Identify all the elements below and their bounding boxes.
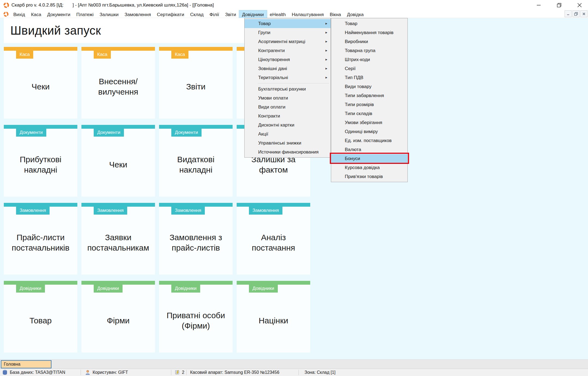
menu-item[interactable]: Типи забарвлення [331, 91, 407, 100]
quick-launch-tile[interactable]: ЗамовленняЗамовлення з прайс-листів [159, 203, 233, 275]
menu-item[interactable]: Типи складів [331, 109, 407, 118]
menubar-item[interactable]: Каса [28, 10, 44, 18]
window-close-button[interactable] [571, 0, 588, 10]
menubar-item[interactable]: Довідники [239, 10, 267, 18]
menubar-item[interactable]: Платежі [73, 10, 96, 18]
quick-launch-tile[interactable]: ДовідникиНацінки [237, 281, 310, 353]
close-icon [577, 3, 582, 8]
quick-launch-tile[interactable]: ДовідникиТовар [4, 281, 77, 353]
quick-launch-tile[interactable]: ЗамовленняАналіз постачання [237, 203, 310, 275]
tile-category-tag: Каса [16, 51, 33, 59]
quick-launch-tile[interactable]: КасаЧеки [4, 47, 77, 119]
menu-item[interactable]: Одиниці виміру [331, 127, 407, 136]
menu-item-label: Одиниці виміру [345, 129, 378, 134]
tile-category-bar [159, 47, 233, 51]
tile-category-bar [81, 203, 155, 207]
menubar-item[interactable]: Вихід [10, 10, 28, 18]
menu-item[interactable]: Штрих-коди [331, 55, 407, 64]
menu-item[interactable]: Типи розмірів [331, 100, 407, 109]
menubar-item[interactable]: Документи [44, 10, 73, 18]
statusbar-zone: Зона: Склад [1] [304, 370, 336, 375]
submenu-tovar: ТоварНайменування товарівВиробникиТоварн… [331, 18, 408, 182]
quick-launch-tile[interactable]: ДовідникиФірми [81, 281, 155, 353]
submenu-arrow-icon: ► [325, 64, 328, 73]
menu-item[interactable]: Ед. изм. поставщиков [331, 136, 407, 145]
user-icon [85, 370, 90, 375]
menu-item[interactable]: Серії [331, 64, 407, 73]
mdi-restore-button[interactable] [572, 10, 580, 17]
quick-launch-tile[interactable]: КасаВнесення/вилучення [81, 47, 155, 119]
menu-item[interactable]: Найменування товарів [331, 28, 407, 37]
menu-item[interactable]: Дисконтні картки [245, 121, 331, 130]
app-logo-icon [3, 2, 9, 8]
menubar-item[interactable]: Вікна [327, 10, 344, 18]
menu-item[interactable]: Акції [245, 130, 331, 139]
menu-item[interactable]: Бухгалтерські рахунки [245, 85, 331, 94]
quick-launch-tile[interactable]: ЗамовленняПрайс-листи постачальників [4, 203, 77, 275]
menu-item[interactable]: Источники финансирования [245, 148, 331, 157]
statusbar-divider [171, 370, 171, 375]
statusbar-divider [81, 370, 81, 375]
tile-category-bar [237, 281, 310, 285]
quick-launch-tile[interactable]: КасаЗвіти [159, 47, 233, 119]
statusbar-database: База даних: TASA3@TITAN [10, 370, 65, 375]
menubar-item[interactable]: Залишки [97, 10, 122, 18]
menu-item-label: Акції [258, 131, 268, 137]
menubar-item[interactable]: Замовлення [121, 10, 154, 18]
menu-item[interactable]: Товар► [245, 19, 331, 28]
menu-item[interactable]: Види оплати [245, 103, 331, 112]
menu-item[interactable]: Умови оплати [245, 94, 331, 103]
statusbar-divider [298, 370, 299, 375]
tile-label: Заявки постачальникам [86, 232, 151, 253]
window-title: Скарб pro v. 4.0.2.85 [ІД: ] - [Апт №003… [11, 2, 214, 8]
tile-category-tag: Замовлення [94, 207, 127, 215]
menubar-item[interactable]: Сертифікати [154, 10, 187, 18]
menu-item[interactable]: Валюта [331, 145, 407, 154]
menubar-item[interactable]: Довідка [344, 10, 367, 18]
menu-item[interactable]: Територіальні► [245, 73, 331, 82]
menubar-item[interactable]: Звіти [222, 10, 239, 18]
menu-item[interactable]: Зовнішні дані► [245, 64, 331, 73]
tab-holovna[interactable]: Головна [1, 360, 51, 368]
connections-icon [175, 370, 180, 375]
menu-item[interactable]: Товарна група [331, 46, 407, 55]
tile-label: Приватні особи (Фірми) [163, 310, 229, 331]
menu-item[interactable]: Управлінські знижки [245, 139, 331, 148]
statusbar-cash-register: Касовий апарат: Samsung ER-350 №123456 [190, 370, 279, 375]
quick-launch-tile[interactable]: ЗамовленняЗаявки постачальникам [81, 203, 155, 275]
quick-launch-tile[interactable]: ДокументиЧеки [81, 125, 155, 197]
mdi-minimize-button[interactable] [565, 10, 572, 17]
menubar-item[interactable]: eHealth [267, 10, 289, 18]
mdi-close-button[interactable] [580, 10, 587, 17]
menu-item-label: Умови оплати [258, 95, 288, 101]
window-restore-button[interactable] [551, 0, 568, 10]
menubar-item[interactable]: Налаштування [289, 10, 327, 18]
menu-item[interactable]: Умови зберігання [331, 118, 407, 127]
tile-category-bar [4, 203, 77, 207]
menu-item[interactable]: Види товару [331, 82, 407, 91]
menubar-item[interactable]: Філії [206, 10, 222, 18]
title-bar: Скарб pro v. 4.0.2.85 [ІД: ] - [Апт №003… [0, 0, 588, 10]
menu-item[interactable]: Прив'язки товарів [331, 172, 407, 181]
menu-item-label: Найменування товарів [345, 30, 394, 35]
menu-item[interactable]: Асортиментні матриці► [245, 37, 331, 46]
menu-item[interactable]: Тип ПДВ [331, 73, 407, 82]
menu-item[interactable]: Виробники [331, 37, 407, 46]
menu-item-label: Територіальні [258, 75, 288, 80]
quick-launch-tile[interactable]: ДокументиПрибуткові накладні [4, 125, 77, 197]
quick-launch-tile[interactable]: ДовідникиПриватні особи (Фірми) [159, 281, 233, 353]
menu-item[interactable]: Курсова довідка [331, 163, 407, 172]
menu-item-label: Типи забарвлення [345, 93, 384, 98]
statusbar-divider [186, 370, 187, 375]
window-minimize-button[interactable] [530, 0, 547, 10]
menu-item[interactable]: Бонуси [331, 154, 407, 163]
menu-item-label: Виробники [345, 39, 368, 44]
menu-item[interactable]: Контрагенти► [245, 46, 331, 55]
menu-item[interactable]: Групи► [245, 28, 331, 37]
quick-launch-tile[interactable]: ДокументиВидаткові накладні [159, 125, 233, 197]
menu-item[interactable]: Товар [331, 19, 407, 28]
menu-item[interactable]: Ціноутворення► [245, 55, 331, 64]
menubar-item[interactable]: Склад [187, 10, 206, 18]
menu-item[interactable]: Контракти [245, 112, 331, 121]
app-logo-icon-small [3, 11, 9, 17]
